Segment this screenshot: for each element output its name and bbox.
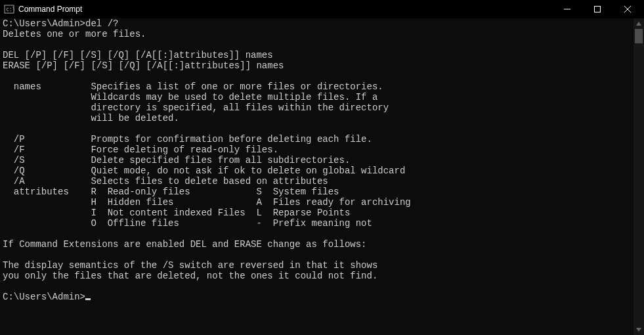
prompt-2: C:\Users\Admin> [3, 292, 85, 302]
svg-rect-3 [595, 7, 601, 12]
scroll-thumb[interactable] [635, 29, 643, 43]
close-button[interactable] [612, 0, 643, 18]
minimize-button[interactable] [552, 0, 582, 18]
titlebar[interactable]: c:\ Command Prompt [0, 0, 644, 18]
cursor [85, 298, 91, 300]
terminal-content[interactable]: C:\Users\Admin>del /? Deletes one or mor… [0, 18, 644, 335]
window-controls [552, 0, 643, 18]
svg-text:c:\: c:\ [6, 7, 14, 12]
window-title: Command Prompt [18, 5, 82, 14]
terminal-area[interactable]: C:\Users\Admin>del /? Deletes one or mor… [0, 18, 644, 335]
command-output: Deletes one or more files. DEL [/P] [/F]… [3, 29, 411, 281]
vertical-scrollbar[interactable] [633, 18, 644, 335]
prompt-1: C:\Users\Admin> [3, 18, 85, 29]
maximize-button[interactable] [582, 0, 612, 18]
scroll-down-icon[interactable] [633, 324, 644, 335]
cmd-icon: c:\ [4, 4, 14, 14]
scroll-up-icon[interactable] [633, 18, 644, 29]
command-1: del /? [85, 18, 118, 29]
